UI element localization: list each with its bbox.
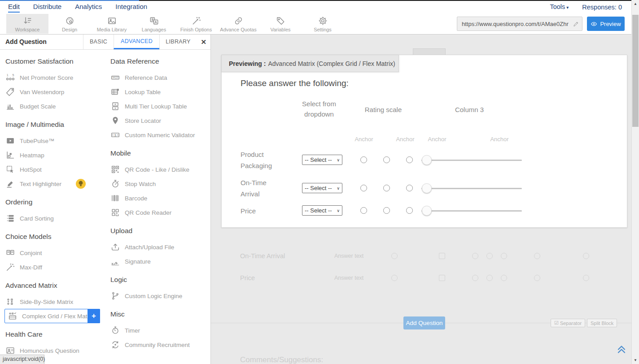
radio-button[interactable] <box>406 185 413 191</box>
section-header: Advanced Matrix <box>5 282 105 292</box>
question-type-custom-numeric-validator[interactable]: $Custom Numeric Validator <box>110 128 210 142</box>
background-answer-text: Answer text <box>334 271 363 285</box>
question-type-qr-code-reader[interactable]: QR Code Reader <box>110 205 210 220</box>
question-type-label: Timer <box>125 327 140 334</box>
tab-basic[interactable]: BASIC <box>83 35 114 49</box>
scroll-to-top-icon[interactable] <box>617 344 626 354</box>
tools-menu[interactable]: Tools▾ <box>550 2 569 13</box>
question-type-max-diff[interactable]: Max-Diff <box>5 260 105 274</box>
toolbar-item-settings[interactable]: Settings <box>302 14 344 34</box>
question-type-timer[interactable]: Timer <box>110 323 210 338</box>
preview-button[interactable]: Preview <box>587 17 625 31</box>
editor-main-area: Previewing : Advanced Matrix (Complex Gr… <box>211 35 631 364</box>
anchor-label: Anchor <box>486 136 513 143</box>
video-icon <box>5 136 15 146</box>
workspace-icon <box>22 16 33 26</box>
question-type-complex-grid-flex-matrix[interactable]: Complex Grid / Flex Matrix+ <box>4 309 100 323</box>
section-header: Logic <box>110 276 210 286</box>
toolbar-item-finish-options[interactable]: Finish Options <box>175 14 217 34</box>
barcode-icon <box>110 193 120 203</box>
question-type-label: Side-By-Side Matrix <box>20 299 73 305</box>
radio-button[interactable] <box>406 156 413 163</box>
status-bar: javascript:void(0) <box>0 355 44 364</box>
question-type-stop-watch[interactable]: Stop Watch <box>110 177 210 191</box>
question-type-label: Homunculus Question <box>20 347 79 354</box>
radio-button[interactable] <box>383 185 390 191</box>
svg-text:1: 1 <box>7 74 9 77</box>
background-radio <box>486 275 493 281</box>
question-type-signature[interactable]: Signature <box>110 254 210 269</box>
slider-track[interactable] <box>421 210 522 212</box>
question-type-lookup-table[interactable]: Lookup Table <box>110 85 210 99</box>
question-type-side-by-side-matrix[interactable]: Side-By-Side Matrix <box>5 295 105 309</box>
conjoint-icon <box>5 248 15 258</box>
panel-body: Customer Satisfaction15Net Promoter Scor… <box>0 49 210 364</box>
nav-item-distribute[interactable]: Distribute <box>33 2 61 13</box>
toolbar-item-languages[interactable]: Languages <box>133 14 175 34</box>
tab-library[interactable]: LIBRARY <box>159 35 197 49</box>
page-scrollbar[interactable]: ▲ ▼ <box>631 0 639 364</box>
map-pin-icon <box>110 116 120 126</box>
question-type-heatmap[interactable]: Heatmap <box>5 148 105 162</box>
question-type-tubepulse[interactable]: TubePulse™ <box>5 134 105 148</box>
add-question-type-button[interactable]: + <box>88 309 100 323</box>
question-type-store-locator[interactable]: Store Locator <box>110 113 210 128</box>
slider-handle[interactable] <box>422 155 432 165</box>
question-type-attach-upload-file[interactable]: Attach/Upload File <box>110 240 210 254</box>
radio-button[interactable] <box>383 156 390 163</box>
question-type-qr-code-like-dislike[interactable]: QR Code - Like / Dislike <box>110 162 210 177</box>
question-type-van-westendorp[interactable]: Van Westendorp <box>5 85 105 99</box>
premium-badge <box>76 179 86 189</box>
question-type-label: QR Code Reader <box>125 209 171 216</box>
question-type-label: Text Highlighter <box>20 181 61 187</box>
question-type-barcode[interactable]: Barcode <box>110 191 210 205</box>
background-radio <box>472 275 478 281</box>
row-select-dropdown[interactable]: -- Select --∨ <box>302 205 342 216</box>
question-type-net-promoter-score[interactable]: 15Net Promoter Score <box>5 70 105 85</box>
scrollbar-down-arrow[interactable]: ▼ <box>632 356 639 364</box>
question-type-community-recruitment[interactable]: Community Recruitment <box>110 338 210 352</box>
section-header: Health Care <box>5 330 105 341</box>
bar-chart-icon <box>5 101 15 111</box>
question-type-conjoint[interactable]: Conjoint <box>5 246 105 260</box>
card-sorting-icon <box>5 213 15 223</box>
question-type-text-highlighter[interactable]: Text Highlighter <box>5 177 105 191</box>
scrollbar-thumb[interactable] <box>632 15 639 127</box>
toolbar-item-advance-quotas[interactable]: Advance Quotas <box>217 14 259 34</box>
nav-item-analytics[interactable]: Analytics <box>75 2 102 13</box>
question-type-custom-logic-engine[interactable]: Custom Logic Engine <box>110 289 210 303</box>
question-type-reference-data[interactable]: 94123Reference Data <box>110 70 210 85</box>
toolbar-item-media-library[interactable]: Media Library <box>91 14 133 34</box>
select-value: -- Select -- <box>305 156 332 163</box>
slider-track[interactable] <box>421 188 522 189</box>
close-icon[interactable]: ✕ <box>201 35 206 49</box>
question-type-multi-tier-lookup-table[interactable]: Multi Tier Lookup Table <box>110 99 210 113</box>
radio-button[interactable] <box>406 207 413 214</box>
radio-button[interactable] <box>383 207 390 214</box>
nav-item-edit[interactable]: Edit <box>8 2 20 13</box>
matrix-row-label: Price <box>241 205 284 217</box>
row-select-dropdown[interactable]: -- Select --∨ <box>302 183 342 193</box>
responses-count[interactable]: Responses: 0 <box>582 2 622 12</box>
tab-advanced[interactable]: ADVANCED <box>114 35 159 49</box>
question-type-hotspot[interactable]: HotSpot <box>5 162 105 177</box>
row-select-dropdown[interactable]: -- Select --∨ <box>302 155 342 165</box>
toolbar-item-variables[interactable]: Variables <box>259 14 302 34</box>
matrix-row: Price-- Select --∨ <box>222 204 627 218</box>
slider-handle[interactable] <box>422 206 432 216</box>
radio-button[interactable] <box>360 156 367 163</box>
slider-handle[interactable] <box>422 183 432 193</box>
question-type-budget-scale[interactable]: Budget Scale <box>5 99 105 113</box>
radio-button[interactable] <box>360 185 367 191</box>
nav-item-integration[interactable]: Integration <box>115 2 147 13</box>
question-type-label: Community Recruitment <box>125 342 190 348</box>
slider-track[interactable] <box>421 160 522 161</box>
radio-button[interactable] <box>360 207 367 214</box>
toolbar-item-design[interactable]: Design <box>48 14 91 34</box>
edit-url-button[interactable] <box>570 17 582 30</box>
scrollbar-up-arrow[interactable]: ▲ <box>632 0 639 8</box>
toolbar-item-workspace[interactable]: Workspace <box>6 14 48 34</box>
survey-url-input[interactable]: https://www.questionpro.com/t/AMae0Zhr <box>457 17 582 31</box>
panel-section-data-reference: Data Reference94123Reference DataLookup … <box>110 57 210 142</box>
question-type-card-sorting[interactable]: Card Sorting <box>5 211 105 225</box>
